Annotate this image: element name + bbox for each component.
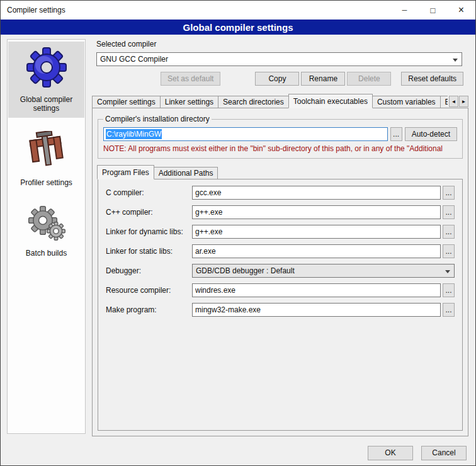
installation-directory-legend: Compiler's installation directory (103, 115, 212, 123)
form-row: Debugger: GDB/CDB debugger : Default (106, 264, 455, 278)
compiler-buttons-row: Set as default Copy Rename Delete Reset … (96, 72, 463, 86)
chevron-down-icon (445, 270, 450, 273)
global-compiler-gear-icon (26, 47, 67, 90)
settings-tab-bar: Compiler settings Linker settings Search… (92, 94, 468, 108)
c-compiler-input[interactable] (192, 186, 441, 200)
installation-directory-group: Compiler's installation directory C:\ray… (98, 115, 463, 159)
window-title: Compiler settings (1, 1, 390, 20)
delete-button[interactable]: Delete (347, 72, 391, 86)
minimize-icon: ─ (402, 6, 407, 14)
resource-compiler-label: Resource compiler: (106, 286, 190, 295)
sidebar-item-global-compiler-settings[interactable]: Global compiler settings (8, 42, 84, 118)
make-program-label: Make program: (106, 305, 190, 314)
program-files-panel: C compiler: ... C++ compiler: ... Linker… (98, 179, 463, 431)
tab-strip: Compiler settings Linker settings Search… (92, 94, 448, 108)
dynamic-linker-label: Linker for dynamic libs: (106, 227, 190, 236)
tab-compiler-settings[interactable]: Compiler settings (92, 96, 161, 108)
tab-build-options[interactable]: Buil (441, 96, 448, 108)
sidebar-item-label: Global compiler settings (9, 95, 83, 113)
tab-linker-settings[interactable]: Linker settings (161, 96, 218, 108)
form-row: C++ compiler: ... (106, 205, 455, 219)
close-icon: × (458, 4, 464, 16)
form-row: Make program: ... (106, 303, 455, 317)
dialog-content: Global compiler settings Profiler se (1, 35, 475, 440)
resource-compiler-browse-button[interactable]: ... (443, 283, 455, 297)
cpp-compiler-input[interactable] (192, 205, 441, 219)
profiler-tool-icon (28, 131, 65, 173)
tab-scroll-buttons: ◄ ► (448, 96, 468, 107)
set-as-default-button[interactable]: Set as default (161, 72, 220, 86)
auto-detect-button[interactable]: Auto-detect (405, 127, 457, 141)
reset-defaults-button[interactable]: Reset defaults (401, 72, 463, 86)
sidebar: Global compiler settings Profiler se (7, 39, 86, 434)
dialog-footer: OK Cancel (1, 440, 475, 465)
batch-builds-gears-icon (27, 205, 66, 244)
debugger-label: Debugger: (106, 266, 190, 275)
form-row: Linker for static libs: ... (106, 244, 455, 258)
main-panel: Selected compiler GNU GCC Compiler Set a… (92, 39, 468, 436)
sidebar-item-label: Batch builds (26, 249, 67, 258)
cancel-button[interactable]: Cancel (421, 446, 467, 460)
bin-subdirectory-note: NOTE: All programs must exist either in … (103, 144, 457, 153)
directory-browse-button[interactable]: ... (390, 127, 402, 141)
sidebar-item-batch-builds[interactable]: Batch builds (8, 200, 84, 263)
cpp-compiler-browse-button[interactable]: ... (443, 205, 455, 219)
tab-additional-paths[interactable]: Additional Paths (154, 167, 218, 179)
tab-program-files[interactable]: Program Files (97, 165, 154, 179)
compiler-settings-dialog: Compiler settings ─ □ × Global compiler … (0, 0, 476, 466)
tab-custom-variables[interactable]: Custom variables (373, 96, 441, 108)
close-button[interactable]: × (447, 1, 475, 20)
make-program-input[interactable] (192, 303, 441, 317)
installation-directory-row: C:\raylib\MinGW ... Auto-detect (103, 127, 457, 141)
debugger-value: GDB/CDB debugger : Default (196, 266, 295, 275)
debugger-dropdown[interactable]: GDB/CDB debugger : Default (192, 264, 455, 278)
maximize-button[interactable]: □ (419, 1, 447, 20)
static-linker-label: Linker for static libs: (106, 247, 190, 256)
dynamic-linker-browse-button[interactable]: ... (443, 225, 455, 239)
form-row: Resource compiler: ... (106, 283, 455, 297)
minimize-button[interactable]: ─ (390, 1, 419, 20)
cpp-compiler-label: C++ compiler: (106, 208, 190, 217)
static-linker-browse-button[interactable]: ... (443, 244, 455, 258)
installation-directory-selected-text: C:\raylib\MinGW (106, 129, 162, 139)
program-files-tab-bar: Program Files Additional Paths (98, 165, 463, 179)
copy-button[interactable]: Copy (255, 72, 299, 86)
static-linker-input[interactable] (192, 244, 441, 258)
c-compiler-label: C compiler: (106, 188, 190, 197)
rename-button[interactable]: Rename (301, 72, 345, 86)
c-compiler-browse-button[interactable]: ... (443, 186, 455, 200)
sidebar-item-profiler-settings[interactable]: Profiler settings (8, 126, 84, 192)
selected-compiler-value: GNU GCC Compiler (100, 55, 168, 64)
titlebar[interactable]: Compiler settings ─ □ × (1, 1, 475, 20)
tab-scroll-right-icon[interactable]: ► (459, 96, 468, 107)
tab-scroll-left-icon[interactable]: ◄ (449, 96, 458, 107)
chevron-down-icon (453, 59, 458, 62)
toolchain-executables-panel: Compiler's installation directory C:\ray… (92, 108, 468, 436)
tab-toolchain-executables[interactable]: Toolchain executables (288, 94, 373, 108)
selected-compiler-dropdown[interactable]: GNU GCC Compiler (96, 52, 462, 66)
selected-compiler-label: Selected compiler (96, 40, 468, 48)
maximize-icon: □ (431, 6, 436, 15)
dynamic-linker-input[interactable] (192, 225, 441, 239)
make-program-browse-button[interactable]: ... (443, 303, 455, 317)
ok-button[interactable]: OK (368, 446, 413, 460)
form-row: Linker for dynamic libs: ... (106, 225, 455, 239)
form-row: C compiler: ... (106, 186, 455, 200)
tab-search-directories[interactable]: Search directories (218, 96, 289, 108)
installation-directory-input[interactable]: C:\raylib\MinGW (103, 127, 388, 141)
sidebar-item-label: Profiler settings (20, 178, 72, 187)
resource-compiler-input[interactable] (192, 283, 441, 297)
dialog-header: Global compiler settings (1, 20, 475, 35)
